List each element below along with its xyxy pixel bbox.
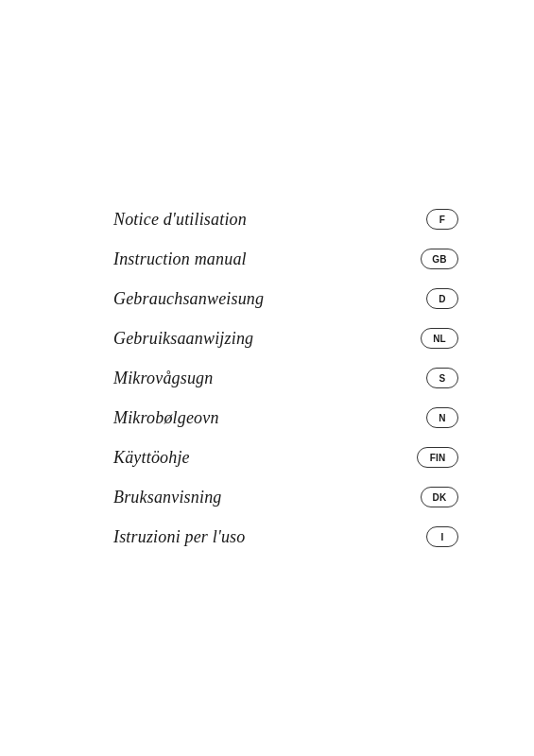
language-code: N [439,413,445,423]
language-badge: I [426,526,458,547]
manual-item: Istruzioni per l'usoI [113,517,458,557]
manual-item: GebrauchsanweisungD [113,279,458,318]
manual-label: Bruksanvisning [113,488,222,507]
language-code: D [439,294,445,304]
manual-label: Notice d'utilisation [113,210,247,230]
language-code: GB [432,254,446,265]
manual-label: Mikrobølgeovn [113,408,219,428]
page: Notice d'utilisationFInstruction manualG… [0,0,534,756]
manual-item: Instruction manualGB [113,239,458,279]
language-badge: NL [421,328,458,349]
manual-label: Instruction manual [113,249,247,269]
manual-label: Istruzioni per l'uso [113,527,245,547]
language-code: I [441,532,444,542]
manual-item: MikrovågsugnS [113,358,458,398]
manual-label: Käyttöohje [113,448,190,468]
manual-label: Gebruiksaanwijzing [113,329,253,349]
manual-item: BruksanvisningDK [113,477,458,517]
language-badge: D [426,288,458,309]
language-badge: F [426,209,458,230]
manual-label: Gebrauchsanweisung [113,289,264,309]
manual-item: MikrobølgeovnN [113,398,458,438]
language-code: S [439,373,446,384]
manual-list: Notice d'utilisationFInstruction manualG… [113,199,458,557]
manual-item: GebruiksaanwijzingNL [113,318,458,358]
language-code: FIN [430,453,446,463]
language-code: DK [433,492,447,503]
manual-item: KäyttöohjeFIN [113,438,458,477]
language-badge: FIN [417,447,458,468]
language-badge: S [426,368,458,388]
language-badge: GB [421,249,458,269]
language-code: NL [433,334,446,344]
language-badge: N [426,407,458,428]
manual-label: Mikrovågsugn [113,369,213,388]
manual-item: Notice d'utilisationF [113,199,458,239]
language-badge: DK [421,487,458,507]
language-code: F [439,215,445,225]
